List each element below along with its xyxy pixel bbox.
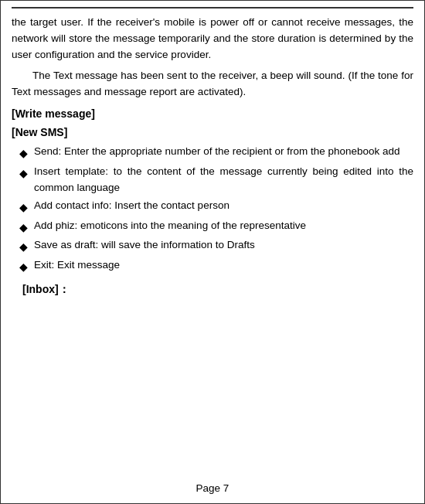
list-item-text-3: Add contact info: Insert the contact per…	[34, 198, 413, 214]
list-item-text-4: Add phiz: emoticons into the meaning of …	[34, 218, 413, 234]
top-border	[12, 7, 413, 9]
bullet-diamond-3: ◆	[19, 199, 28, 216]
list-item-text-2: Insert template: to the content of the m…	[34, 164, 413, 196]
new-sms-header: [New SMS]	[12, 124, 413, 141]
bullet-diamond-6: ◆	[19, 259, 28, 276]
bullet-list: ◆ Send: Enter the appropriate number of …	[12, 144, 413, 275]
paragraph-1: the target user. If the receiver's mobil…	[12, 15, 413, 63]
bullet-diamond-5: ◆	[19, 239, 28, 256]
list-item-text-6: Exit: Exit message	[34, 257, 413, 274]
list-item-text-5: Save as draft: will save the information…	[34, 237, 413, 254]
inbox-header: [Inbox]：	[22, 281, 413, 298]
bullet-diamond-2: ◆	[19, 165, 28, 182]
list-item: ◆ Send: Enter the appropriate number of …	[12, 144, 413, 162]
list-item: ◆ Save as draft: will save the informati…	[12, 237, 413, 256]
paragraph-2: The Text message has been sent to the re…	[12, 68, 413, 100]
list-item: ◆ Add contact info: Insert the contact p…	[12, 198, 413, 216]
page-container: the target user. If the receiver's mobil…	[0, 0, 425, 504]
list-item: ◆ Insert template: to the content of the…	[12, 164, 413, 196]
list-item: ◆ Add phiz: emoticons into the meaning o…	[12, 218, 413, 237]
list-item-text-1: Send: Enter the appropriate number of th…	[34, 144, 413, 160]
page-number: Page 7	[12, 482, 413, 494]
list-item: ◆ Exit: Exit message	[12, 257, 413, 276]
bullet-diamond-1: ◆	[19, 145, 28, 162]
bullet-diamond-4: ◆	[19, 220, 28, 237]
write-message-header: [Write message]	[12, 105, 413, 122]
